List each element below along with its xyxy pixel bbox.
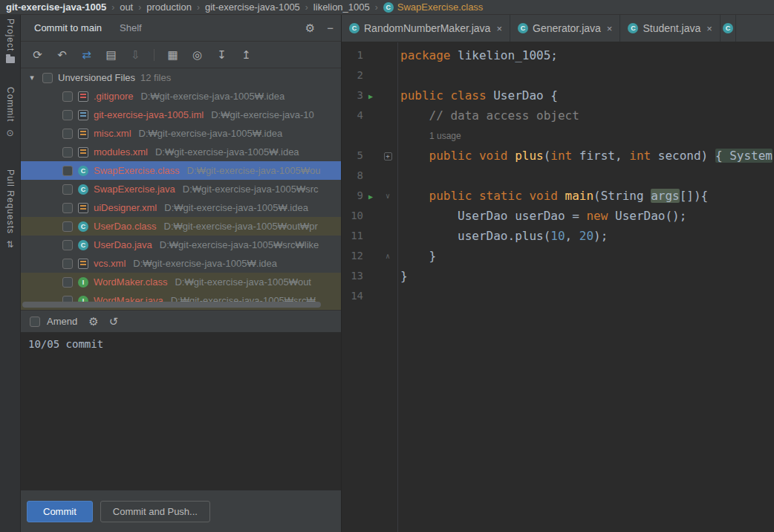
interface-icon: I xyxy=(78,277,88,288)
breadcrumb-item-git-exercise-java-1005[interactable]: git-exercise-java-1005 xyxy=(6,1,106,13)
code-line[interactable]: 11 userDao.plus(10, 20); xyxy=(342,226,774,246)
file-row-swapexercise-class[interactable]: CSwapExercise.classD:₩git-exercise-java-… xyxy=(21,161,341,180)
code-token: ( xyxy=(544,149,551,163)
settings-icon[interactable]: ⚙ xyxy=(305,22,315,35)
code-token: int xyxy=(550,149,572,163)
code-text: 1 usage xyxy=(397,125,461,146)
fold-open-icon[interactable]: ∨ xyxy=(386,192,390,200)
file-checkbox[interactable] xyxy=(62,221,73,232)
settings-icon[interactable]: ⚙ xyxy=(88,315,98,328)
editor-tab-generator-java[interactable]: CGenerator.java× xyxy=(510,15,620,42)
file-row-modules-xml[interactable]: modules.xmlD:₩git-exercise-java-1005₩.id… xyxy=(21,143,341,161)
code-text: UserDao userDao = new UserDao(); xyxy=(397,206,686,226)
code-token: second) xyxy=(651,149,715,163)
line-number: 9 xyxy=(342,186,363,206)
file-row-userdao-java[interactable]: CUserDao.javaD:₩git-exercise-java-1005₩s… xyxy=(21,236,341,254)
code-line[interactable]: 3▶public class UserDao { xyxy=(342,85,774,106)
code-line[interactable]: 5+ public void plus(int first, int secon… xyxy=(342,146,774,166)
code-line[interactable]: 4 // data access object xyxy=(342,106,774,126)
preview-icon[interactable]: ◎ xyxy=(191,48,204,62)
file-checkbox[interactable] xyxy=(62,259,73,269)
commit-button[interactable]: Commit xyxy=(27,501,93,522)
file-checkbox[interactable] xyxy=(62,110,73,120)
collapse-all-icon[interactable]: ↥ xyxy=(240,48,253,62)
close-icon[interactable]: × xyxy=(496,23,502,34)
code-line[interactable]: 14 xyxy=(342,286,774,306)
tab-commit-to-main[interactable]: Commit to main xyxy=(34,22,102,33)
xml-icon xyxy=(78,203,88,213)
breadcrumb-item-out[interactable]: out xyxy=(120,1,133,13)
code-line[interactable]: 1 usage xyxy=(342,126,774,146)
code-line[interactable]: 13} xyxy=(342,266,774,286)
editor-tab-randomnumbermaker-java[interactable]: CRandomNumberMaker.java× xyxy=(342,15,510,42)
file-checkbox[interactable] xyxy=(62,184,73,195)
run-icon[interactable]: ▶ xyxy=(368,192,373,201)
file-row-swapexercise-java[interactable]: CSwapExercise.javaD:₩git-exercise-java-1… xyxy=(21,180,341,198)
group-by-icon[interactable]: ▦ xyxy=(166,48,179,62)
breadcrumb-item-production[interactable]: production xyxy=(146,1,192,13)
code-line[interactable]: 2 xyxy=(342,65,774,85)
refresh-icon[interactable]: ⟳ xyxy=(31,48,44,62)
file-row-userdao-class[interactable]: CUserDao.classD:₩git-exercise-java-1005₩… xyxy=(21,217,341,236)
fold-collapsed-icon[interactable]: + xyxy=(384,152,392,160)
changelist-icon[interactable]: ▤ xyxy=(105,48,117,62)
code-line[interactable]: 12∧ } xyxy=(342,246,774,266)
stripe-label: Project xyxy=(5,19,16,51)
file-checkbox[interactable] xyxy=(62,240,73,250)
commit-and-push-button[interactable]: Commit and Push... xyxy=(100,501,210,522)
code-line[interactable]: 8 xyxy=(342,166,774,186)
commit-message-input[interactable]: 10/05 commit xyxy=(21,332,341,490)
code-line[interactable]: 9▶∨ public static void main(String args[… xyxy=(342,186,774,206)
tree-root[interactable]: ▾ Unversioned Files 12 files xyxy=(21,68,341,87)
code-line[interactable]: 10 UserDao userDao = new UserDao(); xyxy=(342,206,774,226)
stripe-item-pull-requests[interactable]: Pull Requests⇅ xyxy=(5,169,16,250)
file-row-git-exercise-java-1005-iml[interactable]: git-exercise-java-1005.imlD:₩git-exercis… xyxy=(21,106,341,124)
code-token: []){ xyxy=(680,189,709,203)
chevron-down-icon[interactable]: ▾ xyxy=(27,73,37,82)
shelve-icon[interactable]: ⇩ xyxy=(129,48,142,62)
file-name: .gitignore xyxy=(94,91,133,102)
code-token: (String xyxy=(593,189,651,203)
file-checkbox[interactable] xyxy=(62,277,73,288)
file-checkbox[interactable] xyxy=(62,129,73,139)
horizontal-scrollbar-thumb[interactable] xyxy=(22,302,321,308)
editor-tab-student-java[interactable]: CStudent.java× xyxy=(620,15,720,42)
file-row-uidesigner-xml[interactable]: uiDesigner.xmlD:₩git-exercise-java-1005₩… xyxy=(21,198,341,217)
close-icon[interactable]: × xyxy=(607,23,613,34)
fold-end-icon[interactable]: ∧ xyxy=(386,252,390,260)
file-checkbox[interactable] xyxy=(62,203,73,213)
run-icon[interactable]: ▶ xyxy=(368,92,373,100)
show-diff-icon[interactable]: ⇄ xyxy=(80,48,93,62)
close-icon[interactable]: × xyxy=(706,23,712,34)
breadcrumb-item-swapexercise-class[interactable]: CSwapExercise.class xyxy=(383,1,484,13)
hide-icon[interactable]: − xyxy=(327,22,334,35)
code-line[interactable]: 1package likelion_1005; xyxy=(342,45,774,65)
file-row-misc-xml[interactable]: misc.xmlD:₩git-exercise-java-1005₩.idea xyxy=(21,124,341,143)
breadcrumb-item-git-exercise-java-1005[interactable]: git-exercise-java-1005 xyxy=(205,1,300,13)
module-icon xyxy=(78,110,88,120)
file-row-gitignore[interactable]: .gitignoreD:₩git-exercise-java-1005₩.ide… xyxy=(21,87,341,106)
history-icon[interactable]: ↺ xyxy=(109,315,119,328)
stripe-item-project[interactable]: Project xyxy=(5,19,16,63)
root-checkbox[interactable] xyxy=(42,73,53,83)
file-row-wordmaker-class[interactable]: IWordMaker.classD:₩git-exercise-java-100… xyxy=(21,273,341,291)
commit-panel-header-icons: ⚙− xyxy=(305,22,334,35)
rollback-icon[interactable]: ↶ xyxy=(56,48,68,62)
amend-checkbox[interactable] xyxy=(30,317,40,327)
toolbar-separator xyxy=(154,49,155,61)
file-checkbox[interactable] xyxy=(62,166,73,176)
stripe-label: Pull Requests xyxy=(5,169,16,234)
code-token: first, xyxy=(572,149,629,163)
editor-tab-partial[interactable]: C xyxy=(721,15,736,42)
class-icon: C xyxy=(349,23,360,33)
breadcrumb-item-likelion-1005[interactable]: likelion_1005 xyxy=(313,1,370,13)
file-checkbox[interactable] xyxy=(62,91,73,102)
expand-all-icon[interactable]: ↧ xyxy=(215,48,228,62)
code-editor[interactable]: 1package likelion_1005;23▶public class U… xyxy=(342,42,774,532)
tab-shelf[interactable]: Shelf xyxy=(120,22,142,33)
editor-tabs: CRandomNumberMaker.java×CGenerator.java×… xyxy=(342,15,774,42)
file-checkbox[interactable] xyxy=(62,147,73,158)
code-token: 20 xyxy=(579,229,593,243)
stripe-item-commit[interactable]: Commit⊙ xyxy=(5,87,16,137)
file-row-vcs-xml[interactable]: vcs.xmlD:₩git-exercise-java-1005₩.idea xyxy=(21,254,341,273)
